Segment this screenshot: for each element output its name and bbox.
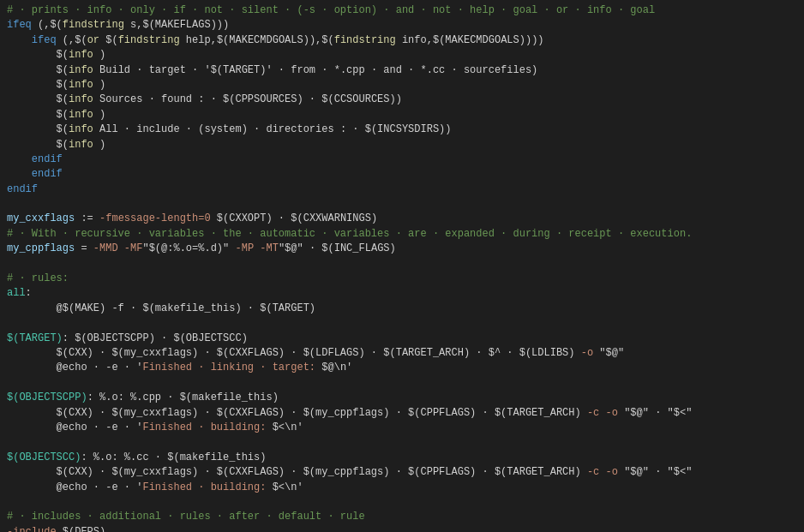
- code-token: =: [75, 242, 93, 254]
- code-line: my_cppflags = -MMD -MF"$(@:%.o=%.d)" -MP…: [7, 242, 797, 256]
- code-line: [7, 197, 797, 212]
- code-token: -MT: [260, 242, 279, 254]
- code-token: [7, 168, 32, 180]
- code-token: $(CXXOPT) · $(CXXWARNINGS): [211, 212, 377, 224]
- code-line: endif: [7, 182, 797, 197]
- code-token: -MP: [235, 242, 254, 254]
- code-token: findstring: [118, 34, 180, 46]
- code-token: "$@" · $(INC_FLAGS): [279, 242, 396, 254]
- code-token: # · prints · info · only · if · not · si…: [7, 4, 655, 16]
- code-token: # · rules:: [7, 272, 69, 284]
- code-line: [7, 316, 797, 331]
- code-token: findstring: [334, 34, 396, 46]
- code-token: ifeq: [32, 34, 57, 46]
- code-token: info: [69, 93, 93, 105]
- code-token: -MF: [124, 242, 143, 254]
- code-token: info: [69, 64, 93, 76]
- code-token: $<\n': [266, 421, 303, 433]
- code-line: $(OBJECTSCPP): %.o: %.cpp · $(makefile_t…: [7, 391, 797, 405]
- code-token: "$@" · "$<": [618, 466, 692, 478]
- code-token: [7, 302, 57, 314]
- code-token: $(CXX) · $(my_cxxflags) · $(CXXFLAGS) · …: [7, 347, 581, 359]
- code-line: @echo · -e · 'Finished · building: $<\n': [7, 421, 797, 435]
- code-token: (,$(: [57, 34, 87, 46]
- code-token: my_cxxflags: [7, 212, 75, 224]
- code-token: ): [93, 109, 105, 121]
- code-token: $@\n': [315, 362, 352, 374]
- code-token: $(DEPS): [57, 526, 106, 532]
- code-token: $<\n': [266, 481, 303, 493]
- code-token: : %.o: %.cpp · $(makefile_this): [87, 392, 279, 403]
- code-line: all:: [7, 286, 797, 301]
- code-token: [599, 407, 605, 419]
- code-token: info: [69, 123, 93, 135]
- code-token: (,$(: [32, 19, 63, 31]
- code-line: endif: [7, 167, 797, 182]
- code-line: # · prints · info · only · if · not · si…: [7, 3, 797, 18]
- code-line: $(TARGET): $(OBJECTSCPP) · $(OBJECTSCC): [7, 332, 797, 346]
- code-line: ifeq (,$(findstring s,$(MAKEFLAGS))): [7, 18, 797, 33]
- code-token: "$@": [593, 347, 624, 359]
- code-token: info: [69, 139, 93, 151]
- code-token: @echo · -e · ': [7, 362, 142, 374]
- code-token: Finished · building:: [142, 481, 266, 493]
- code-token: $(: [7, 49, 69, 61]
- code-line: # · With · recursive · variables · the ·…: [7, 227, 797, 242]
- code-line: $(info ): [7, 48, 797, 63]
- code-token: -include: [7, 526, 57, 532]
- code-line: [7, 257, 797, 272]
- code-token: $(OBJECTSCPP): [7, 392, 87, 403]
- code-line: [7, 435, 797, 450]
- code-token: -fmessage-length=0: [99, 212, 211, 224]
- code-token: -c: [587, 466, 599, 478]
- code-line: $(info Sources · found : · $(CPPSOURCES)…: [7, 93, 797, 107]
- code-line: @echo · -e · 'Finished · linking · targe…: [7, 361, 797, 375]
- code-line: $(info ): [7, 138, 797, 152]
- code-token: info: [69, 49, 93, 61]
- code-token: $(OBJECTSCC): [7, 451, 81, 463]
- code-token: [7, 153, 32, 165]
- code-line: # · rules:: [7, 272, 797, 286]
- code-line: -include $(DEPS): [7, 525, 797, 532]
- code-line: # · includes · additional · rules · afte…: [7, 510, 797, 524]
- code-line: $(info ): [7, 78, 797, 93]
- code-line: $(CXX) · $(my_cxxflags) · $(CXXFLAGS) · …: [7, 346, 797, 361]
- code-token: $(TARGET): [7, 332, 63, 344]
- code-token: help,$(MAKECMDGOALS)),$(: [180, 34, 334, 46]
- code-token: [7, 34, 32, 46]
- code-token: Finished · building:: [142, 421, 266, 433]
- code-token: s,$(MAKEFLAGS))): [124, 19, 229, 31]
- code-token: Build · target · '$(TARGET)' · from · *.…: [93, 64, 537, 76]
- code-token: -o: [606, 407, 618, 419]
- code-line: $(info Build · target · '$(TARGET)' · fr…: [7, 63, 797, 78]
- code-token: endif: [7, 183, 38, 195]
- code-token: $(: [7, 93, 69, 105]
- code-token: or: [87, 34, 99, 46]
- code-token: $(CXX) · $(my_cxxflags) · $(CXXFLAGS) · …: [7, 407, 587, 419]
- code-token: -o: [606, 466, 618, 478]
- code-line: $(CXX) · $(my_cxxflags) · $(CXXFLAGS) · …: [7, 465, 797, 480]
- code-token: @$(MAKE): [57, 302, 106, 314]
- code-token: : $(OBJECTSCPP) · $(OBJECTSCC): [63, 332, 248, 344]
- code-token: All · include · (system) · directories :…: [93, 123, 452, 135]
- code-line: $(info All · include · (system) · direct…: [7, 123, 797, 137]
- code-token: Finished · linking · target:: [142, 362, 315, 374]
- code-token: [599, 466, 605, 478]
- code-line: my_cxxflags := -fmessage-length=0 $(CXXO…: [7, 212, 797, 226]
- code-token: ): [93, 79, 105, 91]
- code-token: "$(@:%.o=%.d)": [142, 242, 229, 254]
- code-token: $(: [7, 139, 69, 151]
- code-token: # · With · recursive · variables · the ·…: [7, 228, 692, 240]
- code-token: -MMD: [93, 242, 118, 254]
- code-token: [118, 242, 124, 254]
- code-line: $(CXX) · $(my_cxxflags) · $(CXXFLAGS) · …: [7, 406, 797, 421]
- code-line: $(OBJECTSCC): %.o: %.cc · $(makefile_thi…: [7, 451, 797, 465]
- code-line: $(info ): [7, 108, 797, 123]
- code-token: my_cppflags: [7, 242, 75, 254]
- code-token: ): [93, 139, 105, 151]
- code-line: ifeq (,$(or $(findstring help,$(MAKECMDG…: [7, 33, 797, 48]
- code-token: info,$(MAKECMDGOALS)))): [396, 34, 544, 46]
- code-token: "$@" · "$<": [618, 407, 692, 419]
- code-line: endif: [7, 152, 797, 167]
- code-token: Sources · found : · $(CPPSOURCES) · $(CC…: [93, 93, 402, 105]
